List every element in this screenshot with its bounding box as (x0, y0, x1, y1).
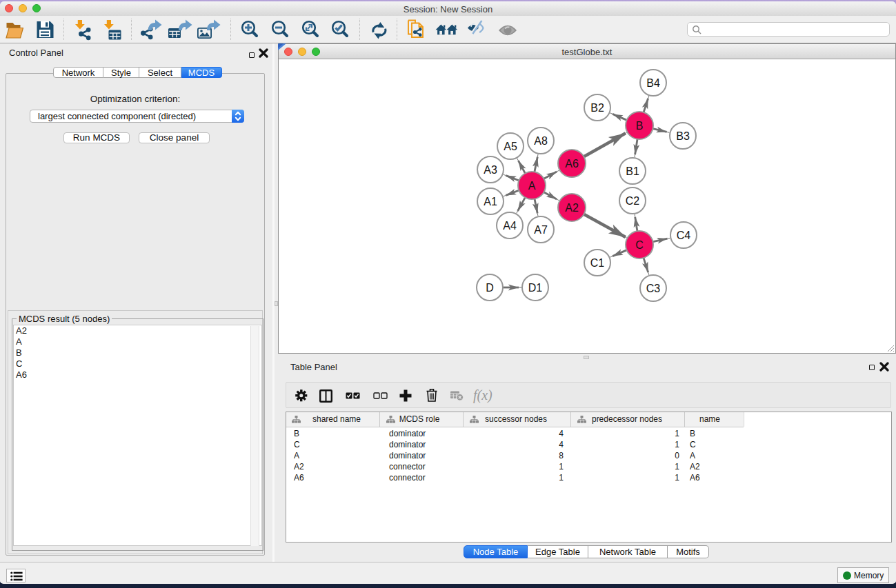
svg-text:A3: A3 (484, 164, 497, 176)
svg-text:C: C (635, 239, 644, 251)
svg-text:D: D (486, 282, 494, 294)
svg-text:A: A (528, 180, 536, 192)
svg-text:B1: B1 (626, 165, 639, 177)
svg-text:A6: A6 (565, 158, 579, 170)
svg-text:C2: C2 (626, 195, 640, 207)
svg-text:B: B (636, 120, 644, 132)
svg-text:B3: B3 (676, 130, 690, 142)
svg-text:A4: A4 (503, 220, 517, 232)
svg-text:B4: B4 (646, 77, 660, 89)
svg-text:C4: C4 (677, 230, 691, 241)
svg-text:C1: C1 (590, 257, 605, 269)
svg-text:A1: A1 (484, 196, 497, 207)
svg-text:A5: A5 (504, 141, 517, 152)
svg-text:A7: A7 (534, 224, 548, 236)
svg-text:A8: A8 (534, 135, 548, 147)
svg-text:C3: C3 (646, 283, 661, 294)
svg-text:A2: A2 (565, 202, 579, 214)
svg-text:B2: B2 (590, 102, 604, 114)
svg-text:D1: D1 (528, 282, 543, 294)
